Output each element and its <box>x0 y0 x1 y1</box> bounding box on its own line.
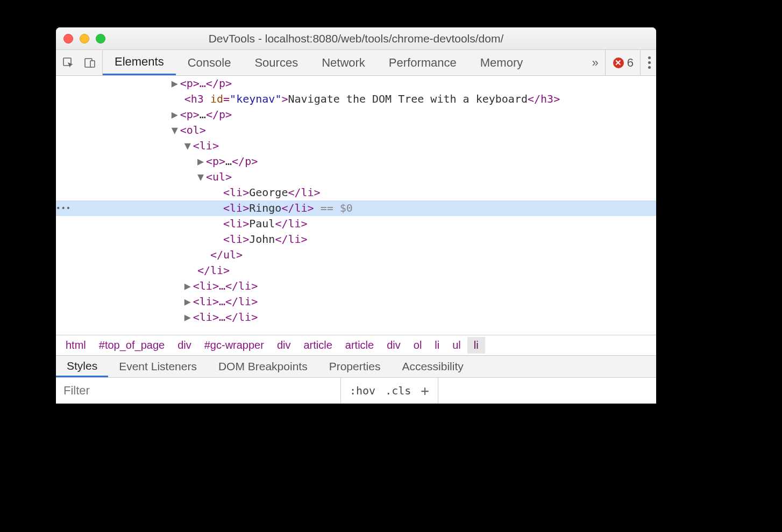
main-tabs: Elements Console Sources Network Perform… <box>103 50 535 75</box>
crumb-li-selected[interactable]: li <box>467 337 485 354</box>
crumb-article2[interactable]: article <box>339 337 380 354</box>
dom-row[interactable]: ▼<ol> <box>56 123 656 138</box>
toolbar-left <box>56 50 103 75</box>
crumb-li[interactable]: li <box>428 337 446 354</box>
tab-performance[interactable]: Performance <box>377 50 468 75</box>
dom-row[interactable]: <li>George</li> <box>56 185 656 200</box>
dom-row[interactable]: ▶<li>…</li> <box>56 310 656 325</box>
dom-row[interactable]: ▶<p>…</p> <box>56 107 656 123</box>
svg-rect-2 <box>90 61 95 67</box>
error-indicator[interactable]: ✕ 6 <box>605 50 634 75</box>
new-style-rule-button[interactable]: + <box>421 383 429 399</box>
styles-controls: :hov .cls + <box>341 378 438 404</box>
tab-properties[interactable]: Properties <box>318 356 392 377</box>
overflow-tabs-button[interactable]: » <box>592 56 599 70</box>
dom-tree[interactable]: ▶<p>…</p> <h3 id="keynav">Navigate the D… <box>56 76 656 335</box>
crumb-html[interactable]: html <box>59 337 93 354</box>
crumb-article[interactable]: article <box>297 337 338 354</box>
devtools-window: DevTools - localhost:8080/web/tools/chro… <box>56 27 656 404</box>
crumb-gcwrapper[interactable]: #gc-wrapper <box>198 337 271 354</box>
crumb-ol[interactable]: ol <box>407 337 429 354</box>
close-window-button[interactable] <box>63 34 73 44</box>
toggle-classes-button[interactable]: .cls <box>385 384 411 397</box>
dom-row[interactable]: <li>Paul</li> <box>56 216 656 232</box>
tab-dom-breakpoints[interactable]: DOM Breakpoints <box>208 356 318 377</box>
dom-breadcrumbs: html #top_of_page div #gc-wrapper div ar… <box>56 335 656 355</box>
dom-row[interactable]: <li>John</li> <box>56 232 656 247</box>
dom-row[interactable]: ▼<li> <box>56 138 656 154</box>
crumb-top[interactable]: #top_of_page <box>93 337 171 354</box>
selection-handle-icon[interactable]: ••• <box>56 200 71 216</box>
tab-console[interactable]: Console <box>176 50 243 75</box>
dom-row[interactable]: ▶<li>…</li> <box>56 294 656 310</box>
dom-row[interactable]: ▶<li>…</li> <box>56 278 656 294</box>
dom-row-selected[interactable]: ••• <li>Ringo</li> == $0 <box>56 200 656 216</box>
crumb-div[interactable]: div <box>171 337 198 354</box>
toggle-hover-button[interactable]: :hov <box>350 384 375 397</box>
minimize-window-button[interactable] <box>80 34 89 44</box>
window-titlebar: DevTools - localhost:8080/web/tools/chro… <box>56 27 656 50</box>
dom-row[interactable]: </li> <box>56 263 656 278</box>
dom-row[interactable]: ▶<p>…</p> <box>56 154 656 169</box>
sidebar-tabs: Styles Event Listeners DOM Breakpoints P… <box>56 355 656 378</box>
error-icon: ✕ <box>613 57 624 68</box>
crumb-ul[interactable]: ul <box>446 337 467 354</box>
tab-elements[interactable]: Elements <box>103 50 176 75</box>
dom-row[interactable]: </ul> <box>56 247 656 263</box>
tab-memory[interactable]: Memory <box>468 50 535 75</box>
tab-accessibility[interactable]: Accessibility <box>391 356 474 377</box>
tab-network[interactable]: Network <box>310 50 377 75</box>
device-toolbar-icon[interactable] <box>83 56 97 70</box>
styles-toolbar: :hov .cls + <box>56 378 656 404</box>
tab-event-listeners[interactable]: Event Listeners <box>108 356 208 377</box>
zoom-window-button[interactable] <box>96 34 105 44</box>
tab-sources[interactable]: Sources <box>243 50 310 75</box>
dom-row[interactable]: <h3 id="keynav">Navigate the DOM Tree wi… <box>56 91 656 107</box>
toolbar-right: » ✕ 6 <box>587 50 657 75</box>
main-toolbar: Elements Console Sources Network Perform… <box>56 50 656 76</box>
error-count: 6 <box>627 56 634 70</box>
tab-styles[interactable]: Styles <box>56 356 108 377</box>
styles-filter-input[interactable] <box>56 378 341 404</box>
settings-menu-button[interactable] <box>640 50 651 75</box>
crumb-div3[interactable]: div <box>380 337 407 354</box>
window-title: DevTools - localhost:8080/web/tools/chro… <box>56 32 656 45</box>
window-controls <box>63 34 105 44</box>
inspect-icon[interactable] <box>61 56 75 70</box>
dom-row[interactable]: ▶<p>…</p> <box>56 76 656 91</box>
dom-row[interactable]: ▼<ul> <box>56 169 656 185</box>
crumb-div2[interactable]: div <box>271 337 297 354</box>
